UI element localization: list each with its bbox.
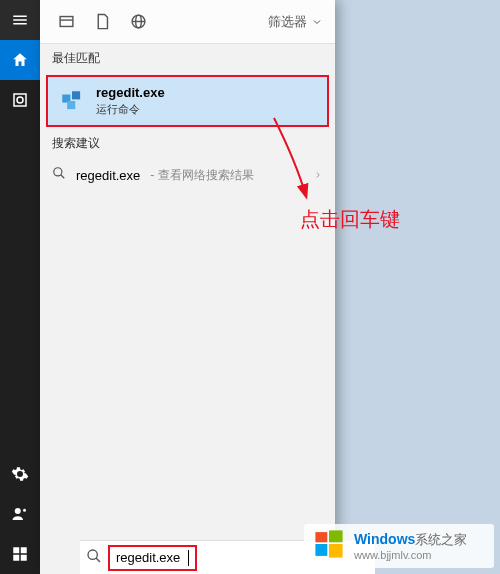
search-panel-header: 筛选器	[40, 0, 335, 44]
svg-line-17	[61, 175, 65, 179]
svg-rect-23	[329, 544, 343, 558]
filter-label: 筛选器	[268, 13, 307, 31]
svg-rect-8	[60, 17, 73, 27]
svg-rect-0	[14, 94, 26, 106]
user-icon[interactable]	[0, 494, 40, 534]
suggestion-subtext: - 查看网络搜索结果	[150, 167, 253, 184]
watermark-suffix: 系统之家	[415, 532, 467, 547]
search-icon	[52, 166, 66, 184]
home-icon[interactable]	[0, 40, 40, 80]
svg-rect-6	[13, 555, 19, 561]
svg-line-19	[96, 558, 100, 562]
svg-rect-14	[72, 91, 80, 99]
watermark: Windows系统之家 www.bjjmlv.com	[304, 524, 494, 568]
svg-rect-22	[315, 544, 327, 556]
regedit-icon	[58, 87, 86, 115]
taskbar-vertical	[0, 0, 40, 574]
svg-point-1	[17, 97, 23, 103]
start-icon[interactable]	[0, 534, 40, 574]
settings-icon[interactable]	[0, 454, 40, 494]
apps-tab-icon[interactable]	[48, 4, 84, 40]
best-match-result[interactable]: regedit.exe 运行命令	[46, 75, 329, 127]
search-icon[interactable]	[86, 548, 102, 568]
search-results-panel: 筛选器 最佳匹配 regedit.exe 运行命令 搜索建议 regedit.e…	[40, 0, 335, 574]
chevron-right-icon	[313, 166, 323, 184]
svg-rect-20	[315, 532, 327, 542]
svg-rect-5	[21, 547, 27, 553]
search-input-highlight	[108, 545, 197, 571]
best-match-label: 最佳匹配	[40, 44, 335, 73]
recent-icon[interactable]	[0, 80, 40, 120]
watermark-brand: Windows	[354, 531, 415, 547]
best-match-subtitle: 运行命令	[96, 102, 165, 117]
filter-dropdown[interactable]: 筛选器	[264, 13, 327, 31]
svg-rect-7	[21, 555, 27, 561]
svg-point-18	[88, 550, 97, 559]
suggestions-label: 搜索建议	[40, 129, 335, 158]
documents-tab-icon[interactable]	[84, 4, 120, 40]
web-suggestion-row[interactable]: regedit.exe - 查看网络搜索结果	[40, 158, 335, 192]
best-match-title: regedit.exe	[96, 85, 165, 100]
search-input[interactable]	[116, 550, 188, 565]
web-tab-icon[interactable]	[120, 4, 156, 40]
svg-rect-15	[67, 101, 75, 109]
svg-rect-4	[13, 547, 19, 553]
svg-rect-21	[329, 530, 343, 542]
svg-point-3	[23, 509, 26, 512]
svg-point-2	[15, 508, 21, 514]
chevron-down-icon	[311, 16, 323, 28]
text-caret	[188, 550, 189, 566]
hamburger-icon[interactable]	[0, 0, 40, 40]
svg-point-16	[54, 168, 62, 176]
suggestion-text: regedit.exe	[76, 168, 140, 183]
windows-logo-icon	[312, 527, 346, 565]
watermark-url: www.bjjmlv.com	[354, 549, 467, 561]
